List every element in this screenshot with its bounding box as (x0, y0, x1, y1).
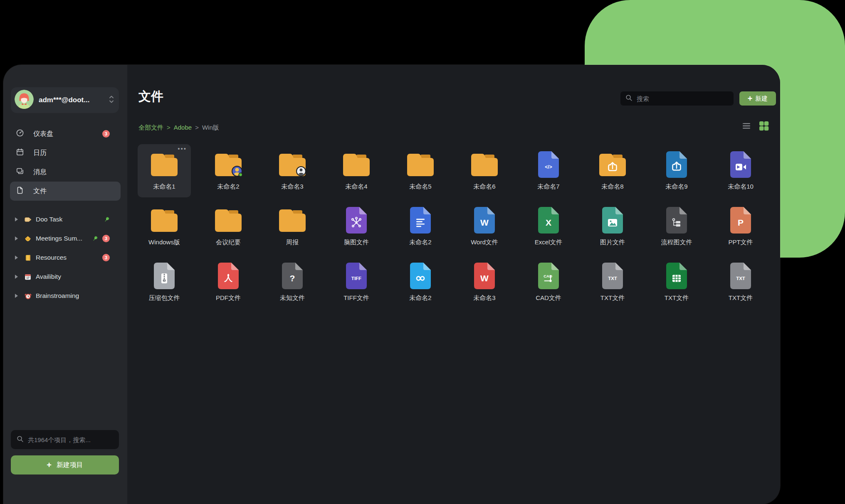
file-card[interactable]: WWord文件 (458, 200, 511, 253)
grid-view-icon[interactable] (759, 120, 769, 131)
project-item[interactable]: Brainstroaming (10, 286, 121, 305)
file-card[interactable]: TXTTXT文件 (586, 256, 639, 309)
file-type-icon (666, 261, 687, 291)
folder-card[interactable]: 未命名5 (394, 144, 447, 197)
file-name: 未命名9 (665, 183, 687, 191)
folder-card[interactable]: 周报 (266, 200, 319, 253)
folder-card[interactable]: 未命名2 (202, 144, 255, 197)
file-name: PPT文件 (728, 238, 753, 246)
sidebar-item-dashboard[interactable]: 仪表盘3 (10, 124, 121, 143)
file-type-icon (666, 205, 687, 236)
folder-card[interactable]: 未命名6 (458, 144, 511, 197)
file-type-icon: W (474, 205, 495, 236)
file-name: 未命名6 (473, 183, 495, 191)
file-card[interactable]: TXTTXT文件 (714, 256, 767, 309)
file-name: 未命名4 (345, 183, 367, 191)
file-card[interactable]: 未命名9 (650, 144, 703, 197)
file-type-icon (410, 261, 431, 291)
file-type-icon (666, 149, 687, 180)
file-name: Windows版 (148, 238, 180, 246)
folder-icon (470, 149, 499, 180)
project-label: Resources (36, 254, 67, 261)
file-card[interactable]: 压缩包文件 (138, 256, 191, 309)
file-name: 流程图文件 (661, 238, 692, 246)
breadcrumb-link[interactable]: Adobe (174, 124, 192, 132)
file-name: 未命名8 (601, 183, 623, 191)
folder-card[interactable]: 未命名8 (586, 144, 639, 197)
project-item[interactable]: Meetings Sum...3 (10, 229, 121, 248)
project-search-input[interactable] (28, 436, 113, 443)
project-label: Doo Task (36, 216, 62, 223)
expand-caret-icon[interactable] (15, 256, 18, 260)
file-card[interactable]: ?未知文件 (266, 256, 319, 309)
file-card[interactable]: 流程图文件 (650, 200, 703, 253)
list-view-icon[interactable] (742, 122, 751, 130)
file-type-icon: W (474, 261, 495, 291)
expand-caret-icon[interactable] (15, 217, 18, 221)
file-name: 未命名10 (728, 183, 754, 191)
folder-icon (150, 149, 178, 180)
project-item[interactable]: 17Availibity (10, 267, 121, 286)
file-name: 未知文件 (280, 294, 305, 302)
file-type-icon (218, 261, 239, 291)
folder-icon (342, 149, 371, 180)
new-project-button[interactable]: + 新建项目 (11, 455, 119, 474)
folder-icon (278, 205, 306, 236)
folder-icon (278, 149, 306, 180)
new-file-button[interactable]: + 新建 (739, 91, 776, 106)
file-search[interactable] (620, 91, 734, 106)
svg-text:17: 17 (26, 276, 30, 279)
file-card[interactable]: XExcel文件 (522, 200, 575, 253)
folder-card[interactable]: 未命名4 (330, 144, 383, 197)
file-icon (16, 186, 24, 196)
sidebar-item-label: 仪表盘 (33, 130, 53, 138)
expand-caret-icon[interactable] (15, 236, 18, 241)
file-card[interactable]: 图片文件 (586, 200, 639, 253)
breadcrumb-separator: > (167, 124, 170, 132)
unread-badge: 3 (102, 235, 110, 242)
file-name: 未命名2 (217, 183, 239, 191)
more-menu-icon[interactable]: ••• (178, 145, 187, 152)
sidebar-item-calendar[interactable]: 日历 (10, 143, 121, 162)
plus-icon: + (748, 94, 753, 103)
project-item[interactable]: Resources3 (10, 248, 121, 267)
sidebar-item-message[interactable]: 消息 (10, 162, 121, 182)
sidebar: adm***@doot... 仪表盘3日历消息文件 Doo TaskMeetin… (3, 65, 127, 504)
project-search[interactable] (11, 430, 119, 449)
folder-icon (406, 149, 435, 180)
file-name: 未命名5 (409, 183, 431, 191)
svg-text:P: P (738, 218, 744, 227)
file-card[interactable]: CADCAD文件 (522, 256, 575, 309)
file-name: 未命名1 (153, 183, 175, 191)
file-search-input[interactable] (637, 95, 729, 102)
message-icon (16, 167, 24, 177)
sidebar-item-file[interactable]: 文件 (10, 182, 121, 201)
folder-card[interactable]: •••未命名1 (138, 144, 191, 197)
file-card[interactable]: 未命名2 (394, 200, 447, 253)
folder-icon (150, 205, 178, 236)
main-content: 文件 + 新建 全部文件>Adobe>Win版 •••未命 (127, 65, 780, 504)
file-type-icon (602, 205, 623, 236)
project-item[interactable]: Doo Task (10, 210, 121, 229)
file-name: 未命名7 (537, 183, 559, 191)
file-name: Word文件 (471, 238, 498, 246)
project-label: Brainstroaming (36, 292, 79, 300)
file-card[interactable]: PPPT文件 (714, 200, 767, 253)
file-card[interactable]: 未命名10 (714, 144, 767, 197)
user-account-button[interactable]: adm***@doot... (11, 87, 119, 113)
file-card[interactable]: TXT文件 (650, 256, 703, 309)
file-card[interactable]: 未命名2 (394, 256, 447, 309)
file-card[interactable]: PDF文件 (202, 256, 255, 309)
file-card[interactable]: 脑图文件 (330, 200, 383, 253)
file-card[interactable]: TIFFTIFF文件 (330, 256, 383, 309)
breadcrumb-link[interactable]: 全部文件 (138, 124, 163, 132)
file-card[interactable]: </>未命名7 (522, 144, 575, 197)
expand-caret-icon[interactable] (15, 275, 18, 279)
file-name: 图片文件 (600, 238, 625, 246)
file-type-icon: TXT (602, 261, 623, 291)
file-card[interactable]: W未命名3 (458, 256, 511, 309)
folder-card[interactable]: 未命名3 (266, 144, 319, 197)
folder-card[interactable]: Windows版 (138, 200, 191, 253)
expand-caret-icon[interactable] (15, 294, 18, 298)
folder-card[interactable]: 会议纪要 (202, 200, 255, 253)
